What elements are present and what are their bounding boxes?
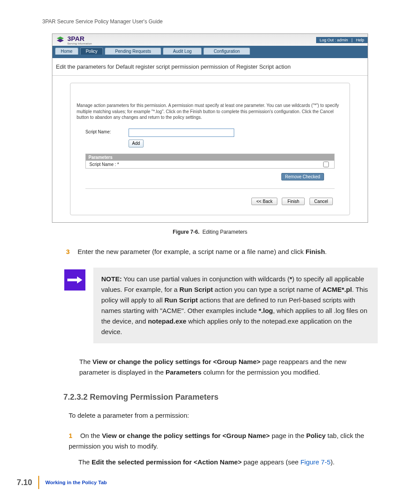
footer-title: Working in the Policy Tab	[45, 480, 107, 485]
edit-heading: Edit the parameters for Default register…	[52, 58, 368, 76]
script-name-label: Script Name:	[85, 129, 116, 134]
app-screenshot: 3PAR Serving Information Log Out : admin…	[52, 33, 368, 223]
step-1: 1 On the View or change the policy setti…	[69, 430, 378, 467]
parameters-table: Parameters Script Name : *	[85, 154, 335, 169]
logo-text: 3PAR	[67, 35, 92, 42]
page-footer: 7.10 Working in the Policy Tab	[17, 476, 107, 489]
figure-link[interactable]: Figure 7-5	[300, 458, 330, 466]
tab-policy[interactable]: Policy	[80, 48, 103, 55]
back-button[interactable]: << Back	[251, 198, 277, 205]
note-box: NOTE: You can use partial values in conj…	[93, 268, 378, 343]
script-name-input[interactable]	[129, 129, 234, 137]
follow-paragraph: The View or change the policy settings f…	[79, 357, 378, 378]
page-number: 7.10	[17, 478, 32, 487]
parameters-header: Parameters	[86, 154, 334, 161]
remove-checked-button[interactable]: Remove Checked	[281, 173, 324, 180]
section-intro: To delete a parameter from a permission:	[69, 410, 378, 421]
app-logo: 3PAR Serving Information	[52, 35, 92, 45]
tab-audit-log[interactable]: Audit Log	[163, 48, 202, 55]
tab-configuration[interactable]: Configuration	[203, 48, 250, 55]
table-row: Script Name : *	[86, 161, 334, 168]
param-checkbox[interactable]	[323, 162, 329, 167]
logo-tagline: Serving Information	[67, 42, 92, 45]
logout-link[interactable]: Log Out : admin	[320, 38, 348, 42]
param-value: Script Name : *	[89, 162, 119, 167]
svg-rect-0	[67, 279, 78, 281]
figure-caption: Figure 7-6. Editing Parameters	[42, 229, 378, 235]
user-bar: Log Out : admin | Help	[316, 37, 368, 43]
note-arrow-icon	[64, 269, 85, 291]
running-header: 3PAR Secure Service Policy Manager User'…	[42, 18, 378, 25]
tab-pending-requests[interactable]: Pending Requests	[105, 48, 161, 55]
help-link[interactable]: Help	[356, 38, 364, 42]
footer-divider	[38, 476, 39, 489]
section-heading: 7.2.3.2 Removing Permission Parameters	[63, 391, 378, 404]
step-3: 3 Enter the new parameter (for example, …	[66, 246, 378, 257]
tab-bar: Home Policy Pending Requests Audit Log C…	[52, 46, 368, 55]
add-button[interactable]: Add	[129, 140, 144, 147]
logo-icon	[55, 35, 66, 45]
tab-home[interactable]: Home	[55, 48, 78, 55]
cancel-button[interactable]: Cancel	[309, 198, 333, 205]
finish-button[interactable]: Finish	[282, 198, 305, 205]
panel-description: Manage action parameters for this permis…	[77, 103, 343, 121]
